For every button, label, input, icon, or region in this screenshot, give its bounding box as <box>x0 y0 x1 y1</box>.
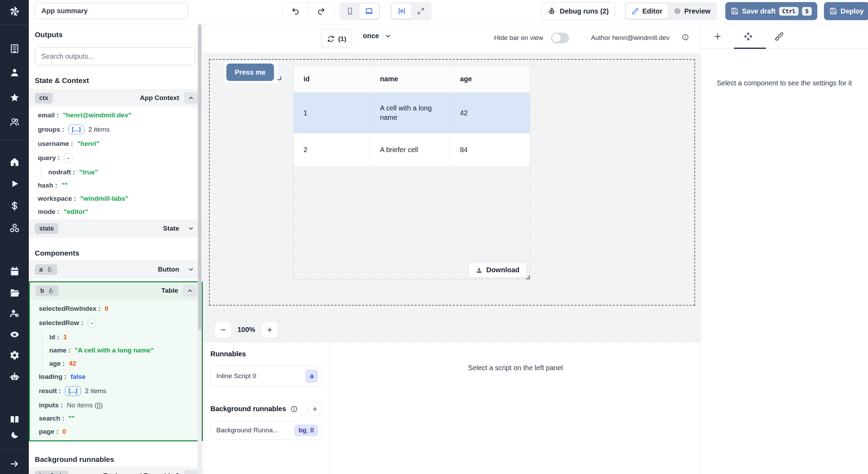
workspace-icon[interactable] <box>9 43 20 54</box>
fullscreen-button[interactable] <box>411 3 430 19</box>
undo-button[interactable] <box>283 2 308 20</box>
user-icon[interactable] <box>9 67 20 78</box>
background-runnable-label: Background Runna... <box>216 426 278 434</box>
home-icon[interactable] <box>9 157 20 167</box>
table-row-selected[interactable]: 1 A cell with a long name 42 <box>294 93 530 133</box>
expand-array-badge[interactable]: [...] <box>68 125 84 134</box>
zoom-out-button[interactable] <box>215 321 232 338</box>
app-summary-input[interactable] <box>35 3 188 19</box>
rail-divider <box>0 140 29 140</box>
author-label: Author henri@windmill.dev <box>591 34 669 42</box>
groups-icon[interactable] <box>9 117 20 127</box>
workers-users-gear-icon[interactable] <box>9 308 20 318</box>
table-header-row: id name age <box>294 66 530 93</box>
state-expand-button[interactable] <box>184 223 198 234</box>
component-b-header[interactable]: b Table <box>30 282 202 299</box>
output-row: username"henri" <box>29 137 203 150</box>
expand-array-badge[interactable]: [...] <box>65 386 81 396</box>
plus-icon <box>311 406 318 413</box>
redo-button[interactable] <box>308 2 334 20</box>
favorites-star-icon[interactable] <box>9 92 20 103</box>
undo-redo-group <box>282 2 334 20</box>
inline-script-item[interactable]: Inline Script 0 a <box>210 366 322 386</box>
settings-panel: Select a component to see the settings f… <box>700 24 868 474</box>
editor-tab[interactable]: Editor <box>626 3 668 19</box>
docs-book-icon[interactable] <box>9 414 20 425</box>
component-b-block-selected: b Table selectedRowIndex0 selectedRow - … <box>29 281 203 441</box>
add-background-runnable-button[interactable] <box>308 402 322 416</box>
hand-pointer-icon <box>58 473 64 474</box>
component-b-collapse-button[interactable] <box>183 285 197 297</box>
hide-bar-toggle[interactable] <box>551 33 569 43</box>
resources-cubes-icon[interactable] <box>9 223 20 233</box>
background-runnables-title: Background runnables <box>35 455 194 464</box>
info-icon[interactable] <box>682 33 689 41</box>
zoom-in-button[interactable] <box>261 321 278 338</box>
background-runnable-item[interactable]: Background Runna... bg_0 <box>210 421 322 440</box>
folders-icon[interactable] <box>9 288 20 298</box>
ai-robot-icon[interactable] <box>9 371 20 382</box>
settings-gear-icon[interactable] <box>9 350 20 360</box>
chevron-up-icon <box>188 473 194 474</box>
save-draft-button[interactable]: Save draft Ctrl S <box>725 2 817 20</box>
debug-runs-button[interactable]: Debug runs (2) <box>541 2 615 20</box>
active-tab-underline <box>734 48 766 49</box>
collapse-arrow-right-icon[interactable] <box>10 459 19 469</box>
windmill-logo-icon[interactable] <box>8 5 21 18</box>
deploy-label: Deploy <box>841 7 864 15</box>
chevron-down-icon <box>385 33 392 40</box>
state-type-label: State <box>163 225 179 232</box>
table-row[interactable]: 2 A briefer cell 84 <box>294 133 530 166</box>
component-a-expand-button[interactable] <box>184 264 198 275</box>
audit-eye-icon[interactable] <box>9 329 20 340</box>
top-toolbar: Debug runs (2) Editor Preview Save draft… <box>29 0 868 24</box>
collapsed-object-badge[interactable]: - <box>87 318 97 328</box>
info-icon[interactable] <box>290 405 298 413</box>
insert-component-tab[interactable] <box>713 32 722 41</box>
schedule-dropdown[interactable]: once <box>363 32 392 40</box>
output-row: email"henri@windmill.dev" <box>29 109 203 122</box>
component-a-header[interactable]: a Button <box>29 261 203 278</box>
outputs-panel: Outputs State & Context ctx App Context … <box>29 24 203 474</box>
ctx-type-label: App Context <box>140 94 179 102</box>
dark-mode-moon-icon[interactable] <box>10 430 19 440</box>
collapsed-object-badge[interactable]: - <box>64 153 73 163</box>
search-outputs-input[interactable] <box>35 47 195 65</box>
center-content-button[interactable] <box>392 3 411 19</box>
preview-tab[interactable]: Preview <box>668 3 716 19</box>
mobile-view-button[interactable] <box>341 3 359 19</box>
canvas-header: (1) once Hide bar on view Author henri@w… <box>203 24 700 53</box>
output-row: mode"editor" <box>29 205 203 218</box>
output-row: hash"" <box>29 179 203 192</box>
download-label: Download <box>486 266 519 274</box>
bg0-collapse-button[interactable] <box>184 470 198 474</box>
ctx-collapse-button[interactable] <box>184 92 198 104</box>
ctx-section-header[interactable]: ctx App Context <box>29 89 203 107</box>
deploy-button[interactable]: Deploy <box>824 2 868 20</box>
runnables-panel: Runnables Inline Script 0 a Background r… <box>203 342 700 474</box>
resize-handle[interactable] <box>526 275 530 279</box>
column-header: age <box>450 66 530 92</box>
refresh-button[interactable]: (1) <box>321 30 352 48</box>
press-me-button[interactable]: Press me <box>226 64 274 81</box>
center-bars-icon <box>398 7 406 15</box>
state-section-header[interactable]: state State <box>29 220 203 237</box>
resize-handle[interactable] <box>277 76 281 80</box>
table-footer: Download <box>294 260 530 279</box>
download-button[interactable]: Download <box>468 262 527 278</box>
zoom-controls: 100% <box>215 321 278 338</box>
output-row: selectedRow - <box>30 315 202 331</box>
download-icon <box>476 267 483 274</box>
bug-icon <box>548 7 556 15</box>
component-settings-tab[interactable] <box>744 32 753 41</box>
component-b-type: Table <box>161 287 178 294</box>
variables-dollar-icon[interactable] <box>9 201 20 211</box>
hand-pointer-icon <box>48 288 54 294</box>
bg0-section-header[interactable]: bg_0 Background Runnable 0 <box>29 467 203 474</box>
outputs-scrollbar[interactable] <box>198 24 202 474</box>
desktop-view-button[interactable] <box>359 3 379 19</box>
schedules-calendar-icon[interactable] <box>9 266 20 276</box>
runs-play-icon[interactable] <box>9 178 20 189</box>
chevron-up-icon <box>188 95 194 101</box>
theme-brush-tab[interactable] <box>774 32 783 41</box>
